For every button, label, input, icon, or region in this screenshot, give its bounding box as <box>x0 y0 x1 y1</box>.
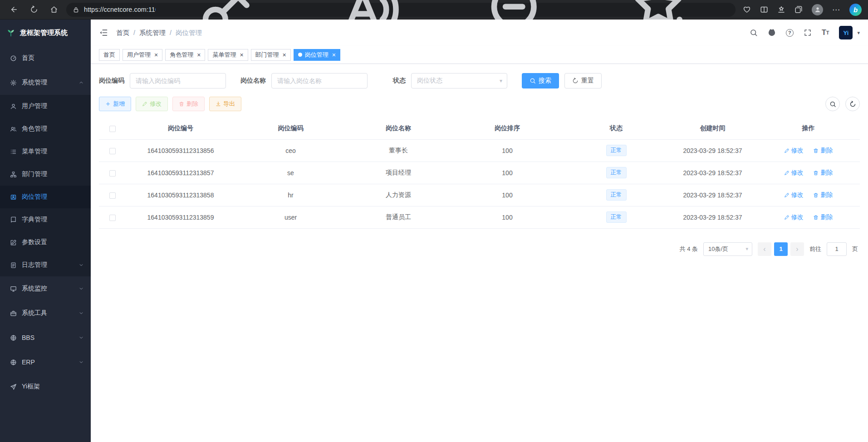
page-size-select[interactable]: 10条/页 ▾ <box>703 242 752 256</box>
sidebar-item-dept-management[interactable]: 部门管理 <box>0 163 91 186</box>
prev-page-button[interactable]: ‹ <box>758 242 771 256</box>
browser-profile-avatar[interactable] <box>812 4 823 15</box>
breadcrumb-system[interactable]: 系统管理 <box>139 29 166 37</box>
font-size-icon[interactable]: TT <box>822 29 829 36</box>
goto-page-input[interactable] <box>827 242 847 256</box>
add-button[interactable]: 新增 <box>99 97 131 111</box>
export-button[interactable]: 导出 <box>209 97 241 111</box>
sidebar-item-menu-management[interactable]: 菜单管理 <box>0 140 91 163</box>
cell-post-name: 人力资源 <box>346 184 451 206</box>
post-name-input[interactable] <box>271 73 368 88</box>
row-checkbox[interactable] <box>109 170 116 177</box>
tab-user-management[interactable]: 用户管理 × <box>123 49 162 61</box>
sidebar-item-role-management[interactable]: 角色管理 <box>0 118 91 140</box>
close-tab-icon[interactable]: × <box>283 52 286 58</box>
post-code-input[interactable] <box>130 73 226 88</box>
pencil-icon <box>784 148 790 153</box>
address-bar[interactable]: https://ccnetcore.com:1101/system/post <box>66 3 736 17</box>
sidebar-item-system-management[interactable]: 系统管理 <box>0 70 91 95</box>
row-checkbox[interactable] <box>109 215 116 221</box>
show-search-toggle-button[interactable] <box>825 97 840 111</box>
cell-post-name: 普通员工 <box>346 206 451 228</box>
tab-role-management[interactable]: 角色管理 × <box>165 49 205 61</box>
row-delete-link[interactable]: 删除 <box>813 147 833 155</box>
monitor-icon <box>10 285 17 292</box>
refresh-table-button[interactable] <box>845 97 860 111</box>
next-page-button[interactable]: › <box>790 242 804 256</box>
row-delete-link[interactable]: 删除 <box>813 169 833 177</box>
paper-plane-icon <box>10 383 17 390</box>
sidebar-item-post-management[interactable]: 岗位管理 <box>0 186 91 208</box>
user-avatar[interactable]: Yi <box>839 26 853 39</box>
row-delete-link[interactable]: 删除 <box>813 191 833 199</box>
close-tab-icon[interactable]: × <box>197 52 201 58</box>
delete-button-label: 删除 <box>186 100 198 108</box>
cell-post-sort: 100 <box>451 206 564 228</box>
status-label: 状态 <box>393 77 406 85</box>
split-screen-icon[interactable] <box>760 5 768 14</box>
avatar-dropdown-caret-icon[interactable]: ▾ <box>857 30 860 36</box>
page-1-button[interactable]: 1 <box>774 242 788 256</box>
close-tab-icon[interactable]: × <box>332 52 336 58</box>
browser-menu-icon[interactable]: ⋯ <box>832 5 840 15</box>
row-delete-link[interactable]: 删除 <box>813 213 833 221</box>
url-text[interactable]: https://ccnetcore.com:1101/system/post <box>84 6 156 13</box>
sidebar-item-bbs[interactable]: BBS <box>0 325 91 350</box>
sidebar-item-user-management[interactable]: 用户管理 <box>0 95 91 118</box>
sidebar-item-label: 菜单管理 <box>22 147 47 156</box>
top-navbar: 首页 / 系统管理 / 岗位管理 ? TT Yi ▾ <box>91 20 868 46</box>
post-table: 岗位编号 岗位编码 岗位名称 岗位排序 状态 创建时间 操作 16410305 <box>99 118 860 229</box>
github-icon[interactable] <box>768 29 776 37</box>
bing-copilot-icon[interactable]: b <box>849 4 862 16</box>
browser-essentials-icon[interactable] <box>743 5 751 14</box>
sidebar-item-label: 部门管理 <box>22 170 47 178</box>
sidebar-item-erp[interactable]: ERP <box>0 350 91 374</box>
row-edit-link[interactable]: 修改 <box>784 191 804 199</box>
collections-icon[interactable] <box>794 5 803 14</box>
fullscreen-icon[interactable] <box>804 29 812 37</box>
sidebar-item-log-management[interactable]: 日志管理 <box>0 254 91 276</box>
sidebar-item-dict-management[interactable]: 字典管理 <box>0 208 91 231</box>
tab-home[interactable]: 首页 <box>99 49 120 61</box>
sidebar-item-system-monitor[interactable]: 系统监控 <box>0 276 91 301</box>
filter-status: 状态 岗位状态 ▾ <box>393 73 507 88</box>
goto-label: 前往 <box>809 245 821 253</box>
row-delete-label: 删除 <box>820 147 833 155</box>
reload-icon[interactable] <box>30 5 38 14</box>
back-icon[interactable] <box>10 5 18 14</box>
close-tab-icon[interactable]: × <box>240 52 243 58</box>
active-tab-dot <box>298 53 302 57</box>
sidebar-item-system-tools[interactable]: 系统工具 <box>0 301 91 325</box>
tab-post-management[interactable]: 岗位管理 × <box>294 49 340 61</box>
app-logo[interactable]: 意框架管理系统 <box>0 20 91 46</box>
tab-dept-management[interactable]: 部门管理 × <box>251 49 291 61</box>
row-edit-link[interactable]: 修改 <box>784 169 804 177</box>
select-all-checkbox[interactable] <box>109 126 116 132</box>
sidebar-item-label: 用户管理 <box>22 102 47 110</box>
sidebar-item-label: 日志管理 <box>22 261 47 269</box>
header-search-icon[interactable] <box>750 29 758 37</box>
row-checkbox[interactable] <box>109 192 116 199</box>
sidebar-item-label: 角色管理 <box>22 125 47 133</box>
row-edit-link[interactable]: 修改 <box>784 213 804 221</box>
delete-button[interactable]: 删除 <box>172 97 205 111</box>
search-button[interactable]: 搜索 <box>522 73 559 88</box>
reset-button[interactable]: 重置 <box>564 73 602 88</box>
help-question-icon[interactable]: ? <box>786 29 794 37</box>
row-checkbox[interactable] <box>109 148 116 154</box>
sidebar-item-param-settings[interactable]: 参数设置 <box>0 231 91 254</box>
tab-menu-management[interactable]: 菜单管理 × <box>208 49 248 61</box>
close-tab-icon[interactable]: × <box>154 52 158 58</box>
breadcrumb-home[interactable]: 首页 <box>116 29 129 37</box>
site-lock-icon[interactable] <box>73 6 79 13</box>
post-badge-icon <box>10 194 17 201</box>
status-badge: 正常 <box>606 145 627 156</box>
row-edit-link[interactable]: 修改 <box>784 147 804 155</box>
sidebar-item-home[interactable]: 首页 <box>0 46 91 70</box>
home-icon[interactable] <box>50 5 58 14</box>
edit-button[interactable]: 修改 <box>136 97 168 111</box>
favorites-icon[interactable] <box>777 5 785 14</box>
sidebar-item-yi-framework[interactable]: Yi框架 <box>0 374 91 399</box>
status-select[interactable]: 岗位状态 ▾ <box>411 73 507 88</box>
sidebar-toggle-icon[interactable] <box>99 28 108 37</box>
